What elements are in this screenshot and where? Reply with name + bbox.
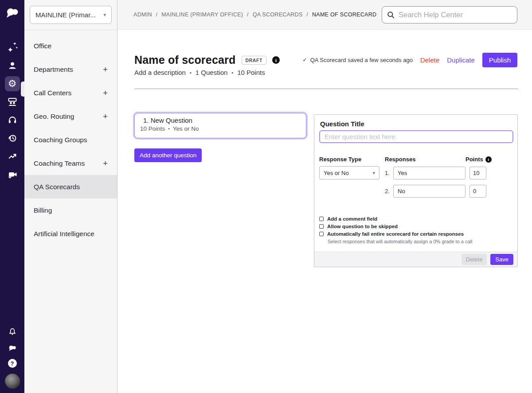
checkbox-unchecked[interactable]	[319, 224, 324, 229]
response-index: 1.	[385, 170, 393, 176]
dialpad-app-icon[interactable]	[7, 343, 18, 353]
responses-label: Responses	[385, 156, 415, 163]
add-question-button[interactable]: Add another question	[134, 148, 202, 162]
user-avatar[interactable]	[5, 374, 20, 389]
sidebar-item-label: Departments	[34, 66, 73, 74]
office-selector-wrap: MAINLINE (Primar... ▾	[24, 0, 117, 30]
info-glyph: i	[488, 157, 489, 162]
response-text-input-1[interactable]	[393, 167, 466, 179]
question-title-input[interactable]	[319, 130, 513, 143]
sidebar-item-label: Geo. Routing	[34, 113, 74, 121]
response-points-input-2[interactable]	[469, 185, 486, 198]
sidebar-item-billing[interactable]: Billing	[24, 198, 117, 222]
scorecard-actions: ✓ QA Scorecard saved a few seconds ago D…	[303, 52, 517, 67]
notifications-bell-icon[interactable]	[7, 326, 18, 338]
meetings-group-icon[interactable]	[5, 94, 20, 109]
duplicate-scorecard-button[interactable]: Duplicate	[447, 56, 475, 64]
question-card-meta: 10 Points • Yes or No	[140, 125, 301, 132]
expand-plus-icon[interactable]: +	[103, 112, 108, 121]
search-input[interactable]	[399, 11, 512, 19]
breadcrumb-current: NAME OF SCORECARD	[312, 12, 376, 18]
question-points: 10 Points	[140, 125, 165, 132]
sidebar-item-label: Call Centers	[34, 89, 71, 97]
breadcrumb-separator: /	[306, 12, 308, 18]
delete-scorecard-button[interactable]: Delete	[420, 56, 439, 64]
sidebar-item-label: QA Scorecards	[34, 183, 80, 191]
points-info-icon[interactable]: i	[485, 156, 492, 163]
search-icon	[387, 11, 395, 19]
response-type-label: Response Type	[319, 156, 361, 163]
admin-settings-gear-icon[interactable]: ⚙	[5, 76, 20, 91]
points-total: 10 Points	[237, 69, 265, 76]
editor-footer: Delete Save	[314, 252, 517, 267]
question-card-title: 1. New Question	[140, 117, 301, 124]
app-rail: ✦ ✦ ✦ ⚙	[0, 0, 24, 393]
sidebar-item-geo-routing[interactable]: Geo. Routing +	[24, 105, 117, 128]
sidebar-item-artificial-intelligence[interactable]: Artificial Intelligence	[24, 222, 117, 245]
question-glyph: ?	[11, 360, 14, 367]
breadcrumb-office[interactable]: MAINLINE (PRIMARY OFFICE)	[161, 12, 243, 18]
analytics-trend-icon[interactable]	[5, 149, 20, 164]
question-title-text: New Question	[151, 117, 192, 124]
response-points-input-1[interactable]	[469, 167, 486, 179]
publish-button[interactable]: Publish	[482, 53, 517, 67]
comment-field-checkbox-row[interactable]: Add a comment field	[319, 215, 473, 222]
points-label-text: Points	[466, 156, 483, 163]
sidebar-item-departments[interactable]: Departments +	[24, 58, 117, 81]
checkbox-label: Add a comment field	[327, 216, 377, 222]
sidebar-item-coaching-groups[interactable]: Coaching Groups	[24, 128, 117, 152]
info-icon[interactable]: i	[272, 56, 280, 64]
chevron-down-icon: ▾	[103, 12, 106, 18]
rail-bottom: ?	[0, 326, 24, 389]
chevron-down-icon: ▾	[372, 170, 375, 176]
help-icon[interactable]: ?	[8, 359, 17, 368]
auto-fail-checkbox-row[interactable]: Automatically fail entire scorecard for …	[319, 230, 473, 237]
sidebar-item-coaching-teams[interactable]: Coaching Teams +	[24, 152, 117, 175]
expand-plus-icon[interactable]: +	[103, 159, 108, 168]
expand-plus-icon[interactable]: +	[103, 65, 108, 74]
saved-status: ✓ QA Scorecard saved a few seconds ago	[303, 57, 413, 63]
question-card-selected[interactable]: 1. New Question 10 Points • Yes or No	[134, 113, 306, 138]
checkbox-unchecked[interactable]	[319, 232, 324, 236]
question-number: 1.	[143, 117, 149, 124]
response-type-value: Yes or No	[324, 170, 349, 176]
sidebar-item-office[interactable]: Office	[24, 34, 117, 58]
checkbox-unchecked[interactable]	[319, 217, 324, 221]
scorecard-subtitle: Add a description • 1 Question • 10 Poin…	[134, 69, 265, 76]
main-content: Name of scorecard DRAFT i ✓ QA Scorecard…	[117, 30, 532, 393]
response-type-dropdown[interactable]: Yes or No ▾	[319, 166, 379, 179]
call-history-icon[interactable]	[5, 131, 20, 146]
auto-fail-helper-text: Select responses that will automatically…	[328, 239, 473, 244]
active-section-notch	[21, 82, 24, 97]
sidebar-item-label: Billing	[34, 206, 52, 214]
ai-sparkles-icon[interactable]: ✦ ✦ ✦	[5, 40, 20, 55]
question-count: 1 Question	[196, 69, 228, 76]
question-title-label: Question Title	[320, 120, 364, 128]
breadcrumb-separator: /	[156, 12, 158, 18]
response-text-input-2[interactable]	[393, 185, 466, 198]
rail-nav: ✦ ✦ ✦ ⚙	[0, 38, 24, 183]
delete-question-button[interactable]: Delete	[462, 254, 487, 265]
scorecard-title-row: Name of scorecard DRAFT i	[134, 54, 280, 66]
info-glyph: i	[275, 58, 277, 63]
support-headset-icon[interactable]	[5, 113, 20, 128]
save-question-button[interactable]: Save	[490, 254, 513, 265]
points-label: Points i	[466, 156, 492, 163]
breadcrumb-qa-scorecards[interactable]: QA SCORECARDS	[253, 12, 303, 18]
draft-status-badge: DRAFT	[242, 56, 267, 65]
expand-plus-icon[interactable]: +	[103, 88, 108, 98]
contacts-person-icon[interactable]	[5, 58, 20, 73]
admin-sidebar: MAINLINE (Primar... ▾ Office Departments…	[24, 0, 117, 393]
skip-question-checkbox-row[interactable]: Allow question to be skipped	[319, 222, 473, 230]
add-description-link[interactable]: Add a description	[134, 69, 186, 76]
help-search-box	[382, 6, 517, 23]
video-meeting-icon[interactable]	[5, 167, 20, 182]
sidebar-item-call-centers[interactable]: Call Centers +	[24, 81, 117, 105]
checkbox-label: Automatically fail entire scorecard for …	[327, 231, 464, 237]
sidebar-item-qa-scorecards[interactable]: QA Scorecards	[24, 175, 117, 198]
dialpad-logo-icon[interactable]	[6, 8, 19, 20]
question-editor-panel: Question Title Response Type Responses P…	[314, 114, 518, 267]
sidebar-item-label: Coaching Teams	[34, 160, 85, 167]
office-selector[interactable]: MAINLINE (Primar... ▾	[30, 6, 112, 24]
breadcrumb-admin[interactable]: ADMIN	[133, 12, 152, 18]
